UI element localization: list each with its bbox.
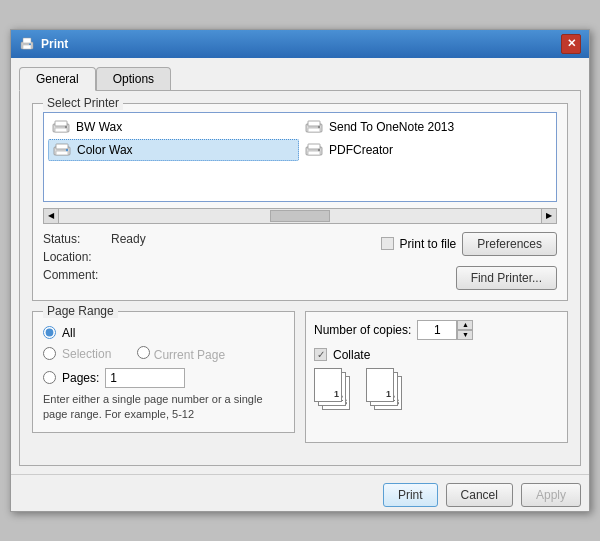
tab-options[interactable]: Options xyxy=(96,67,171,91)
tab-general[interactable]: General xyxy=(19,67,96,91)
radio-all-row: All xyxy=(43,326,284,340)
title-bar-left: Print xyxy=(19,36,68,52)
page-range-hint: Enter either a single page number or a s… xyxy=(43,392,284,423)
svg-rect-9 xyxy=(308,121,320,126)
print-to-file-label: Print to file xyxy=(400,237,457,251)
select-printer-group: Select Printer BW Wax xyxy=(32,103,568,301)
collate-icons: 3 2 1 3 2 1 xyxy=(314,368,559,414)
collate-icon-2: 3 2 1 xyxy=(366,368,410,414)
pages-input[interactable] xyxy=(105,368,185,388)
status-value: Ready xyxy=(111,232,371,246)
status-grid: Status: Ready Location: Comment: xyxy=(43,232,371,282)
copies-spinner: ▲ ▼ xyxy=(417,320,473,340)
collate-checkbox[interactable]: ✓ xyxy=(314,348,327,361)
spinner-down-btn[interactable]: ▼ xyxy=(457,330,473,340)
page-range-label: Page Range xyxy=(43,304,118,318)
printer-buttons: Print to file Preferences Find Printer..… xyxy=(381,232,557,290)
scrollbar-thumb[interactable] xyxy=(270,210,330,222)
location-label: Location: xyxy=(43,250,103,264)
find-printer-row: Find Printer... xyxy=(381,266,557,290)
printer-item-pdf[interactable]: PDFCreator xyxy=(301,139,552,161)
collate-icon-1: 3 2 1 xyxy=(314,368,358,414)
printer-item-onenote[interactable]: Send To OneNote 2013 xyxy=(301,117,552,137)
collate-row: ✓ Collate xyxy=(314,348,559,362)
comment-row: Comment: xyxy=(43,268,371,282)
print-button[interactable]: Print xyxy=(383,483,438,507)
radio-pages-row: Pages: xyxy=(43,368,284,388)
preferences-button[interactable]: Preferences xyxy=(462,232,557,256)
title-bar: Print ✕ xyxy=(11,30,589,58)
printer-name-bw-wax: BW Wax xyxy=(76,120,122,134)
printer-name-color-wax: Color Wax xyxy=(77,143,133,157)
printer-title-icon xyxy=(19,36,35,52)
tab-bar: General Options xyxy=(19,66,581,90)
svg-rect-2 xyxy=(23,45,31,49)
cancel-button[interactable]: Cancel xyxy=(446,483,513,507)
radio-current-page[interactable] xyxy=(137,346,150,359)
svg-rect-3 xyxy=(29,43,31,45)
dialog-content: General Options Select Printer xyxy=(11,58,589,475)
spinner-arrows: ▲ ▼ xyxy=(457,320,473,340)
radio-all-label: All xyxy=(62,326,75,340)
page-card-1a: 1 xyxy=(314,368,342,402)
pages-label: Pages: xyxy=(62,371,99,385)
svg-rect-14 xyxy=(56,151,68,155)
svg-rect-17 xyxy=(308,144,320,149)
copies-row: Number of copies: ▲ ▼ xyxy=(314,320,559,340)
spinner-up-btn[interactable]: ▲ xyxy=(457,320,473,330)
page-range-options: All Selection Current Page xyxy=(43,326,284,388)
printer-list[interactable]: BW Wax Send To OneNote 2013 xyxy=(43,112,557,202)
scroll-right-btn[interactable]: ▶ xyxy=(541,208,557,224)
page-card-1b: 1 xyxy=(366,368,394,402)
collate-label: Collate xyxy=(333,348,370,362)
print-dialog: Print ✕ General Options Select Printer xyxy=(10,29,590,513)
scrollbar-track[interactable] xyxy=(59,208,541,224)
copies-input[interactable] xyxy=(417,320,457,340)
svg-rect-1 xyxy=(23,38,31,43)
printer-item-bw-wax[interactable]: BW Wax xyxy=(48,117,299,137)
tab-general-content: Select Printer BW Wax xyxy=(19,90,581,467)
status-label: Status: xyxy=(43,232,103,246)
status-row: Status: Ready xyxy=(43,232,371,246)
radio-all[interactable] xyxy=(43,326,56,339)
radio-pages[interactable] xyxy=(43,371,56,384)
svg-rect-10 xyxy=(308,128,320,132)
find-printer-button[interactable]: Find Printer... xyxy=(456,266,557,290)
page-range-group: Page Range All Selection Current Page xyxy=(32,311,295,434)
copies-panel: Number of copies: ▲ ▼ ✓ Collate xyxy=(305,311,568,444)
svg-rect-5 xyxy=(55,121,67,126)
print-to-file-checkbox[interactable] xyxy=(381,237,394,250)
printer-icon-bw xyxy=(52,119,70,135)
radio-selection[interactable] xyxy=(43,347,56,360)
select-printer-label: Select Printer xyxy=(43,96,123,110)
dialog-title: Print xyxy=(41,37,68,51)
svg-point-15 xyxy=(66,148,68,150)
svg-point-11 xyxy=(318,125,320,127)
svg-rect-18 xyxy=(308,151,320,155)
apply-button[interactable]: Apply xyxy=(521,483,581,507)
radio-selection-label: Selection xyxy=(62,347,111,361)
svg-point-7 xyxy=(65,125,67,127)
printer-item-color-wax[interactable]: Color Wax xyxy=(48,139,299,161)
copies-label: Number of copies: xyxy=(314,323,411,337)
radio-current-label: Current Page xyxy=(137,346,225,362)
printer-icon-color xyxy=(53,142,71,158)
print-to-file-row: Print to file Preferences xyxy=(381,232,557,256)
svg-rect-13 xyxy=(56,144,68,149)
comment-label: Comment: xyxy=(43,268,103,282)
location-row: Location: xyxy=(43,250,371,264)
svg-rect-6 xyxy=(55,128,67,132)
status-and-buttons: Status: Ready Location: Comment: xyxy=(43,232,557,290)
scroll-left-btn[interactable]: ◀ xyxy=(43,208,59,224)
scrollbar: ◀ ▶ xyxy=(43,208,557,224)
current-page-label: Current Page xyxy=(154,348,225,362)
radio-selection-row: Selection Current Page xyxy=(43,346,284,362)
action-row: Print Cancel Apply xyxy=(11,474,589,511)
printer-icon-pdf xyxy=(305,142,323,158)
printer-name-pdf: PDFCreator xyxy=(329,143,393,157)
printer-icon-onenote xyxy=(305,119,323,135)
close-button[interactable]: ✕ xyxy=(561,34,581,54)
printer-grid: BW Wax Send To OneNote 2013 xyxy=(48,117,552,161)
bottom-panels: Page Range All Selection Current Page xyxy=(32,311,568,444)
svg-point-19 xyxy=(318,148,320,150)
